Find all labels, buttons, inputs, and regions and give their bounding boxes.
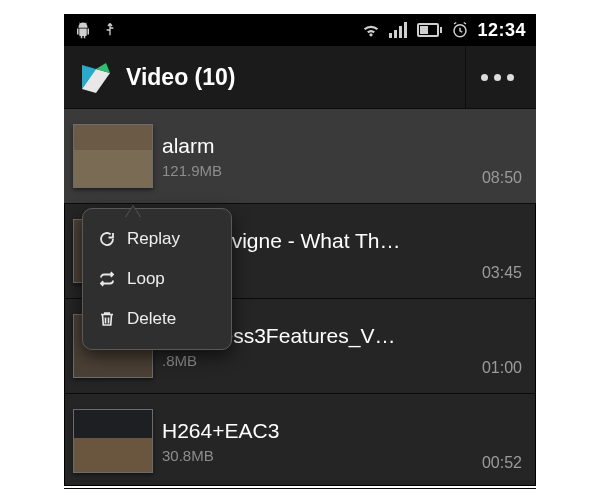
signal-icon bbox=[389, 22, 409, 38]
menu-item-replay[interactable]: Replay bbox=[83, 219, 231, 259]
video-duration: 03:45 bbox=[482, 264, 522, 282]
video-thumbnail bbox=[73, 124, 153, 188]
menu-item-loop[interactable]: Loop bbox=[83, 259, 231, 299]
video-row[interactable]: H264+EAC3 30.8MB 00:52 bbox=[64, 394, 536, 489]
svg-rect-3 bbox=[404, 22, 407, 38]
context-popover: Replay Loop Delete bbox=[82, 208, 232, 350]
menu-item-label: Loop bbox=[127, 269, 165, 289]
loop-icon bbox=[97, 270, 117, 288]
video-title: alarm bbox=[162, 134, 482, 158]
page-title: Video (10) bbox=[126, 64, 465, 91]
video-duration: 01:00 bbox=[482, 359, 522, 377]
status-bar: 12:34 bbox=[64, 14, 536, 46]
wifi-icon bbox=[361, 22, 381, 38]
svg-rect-2 bbox=[399, 26, 402, 38]
video-duration: 00:52 bbox=[482, 454, 522, 472]
menu-item-delete[interactable]: Delete bbox=[83, 299, 231, 339]
video-title: H264+EAC3 bbox=[162, 419, 482, 443]
app-logo-icon bbox=[76, 59, 112, 95]
status-clock: 12:34 bbox=[477, 20, 526, 41]
android-icon bbox=[74, 21, 92, 39]
trash-icon bbox=[97, 310, 117, 328]
svg-rect-0 bbox=[389, 33, 392, 38]
svg-rect-5 bbox=[440, 27, 442, 33]
video-size: 121.9MB bbox=[162, 162, 482, 179]
replay-icon bbox=[97, 230, 117, 248]
battery-icon bbox=[417, 23, 443, 37]
video-row[interactable]: alarm 121.9MB 08:50 bbox=[64, 109, 536, 204]
svg-rect-6 bbox=[420, 26, 428, 34]
usb-icon bbox=[102, 21, 118, 39]
svg-rect-1 bbox=[394, 30, 397, 38]
video-thumbnail bbox=[73, 409, 153, 473]
phone-frame: 12:34 Video (10) alarm 121.9MB 08:50 bbox=[64, 14, 536, 486]
menu-item-label: Delete bbox=[127, 309, 176, 329]
overflow-menu-button[interactable] bbox=[465, 46, 528, 108]
video-size: 30.8MB bbox=[162, 447, 482, 464]
menu-item-label: Replay bbox=[127, 229, 180, 249]
video-duration: 08:50 bbox=[482, 169, 522, 187]
app-header: Video (10) bbox=[64, 46, 536, 109]
alarm-icon bbox=[451, 21, 469, 39]
video-size: .8MB bbox=[162, 352, 482, 369]
